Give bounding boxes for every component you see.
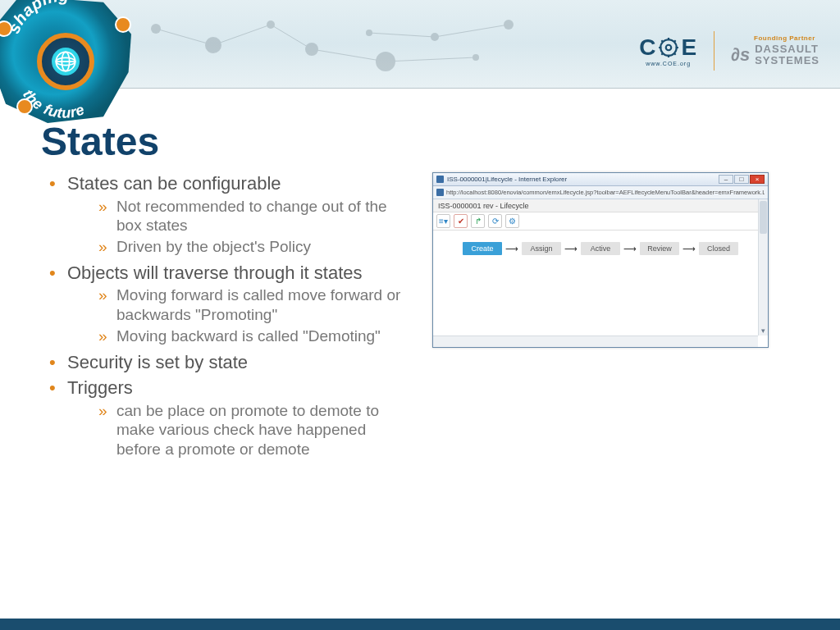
svg-point-23 bbox=[666, 44, 672, 50]
coe-logo: C E www.COE.org bbox=[639, 36, 697, 66]
maximize-button[interactable]: □ bbox=[734, 175, 749, 184]
state-chip-assign[interactable]: Assign bbox=[522, 242, 561, 255]
arrow-icon: ⟶ bbox=[564, 244, 578, 253]
close-button[interactable]: × bbox=[750, 175, 765, 184]
window-body: ISS-0000001 rev - Lifecycle ≡▾ ✔ ↱ ⟳ ⚙ C… bbox=[433, 199, 768, 347]
minimize-button[interactable]: – bbox=[719, 175, 733, 184]
state-chip-closed[interactable]: Closed bbox=[699, 242, 738, 255]
sub-bullet: can be place on promote to demote to mak… bbox=[67, 401, 408, 459]
logo-badge-icon bbox=[115, 16, 131, 33]
coe-url-text: www.COE.org bbox=[646, 61, 691, 66]
bullet-text: Objects will traverse through it states bbox=[67, 262, 362, 283]
bullet-text: Security is set by state bbox=[67, 352, 248, 372]
vertical-divider bbox=[714, 31, 714, 71]
url-text: http://localhost:8080/enovia/common/emxL… bbox=[446, 189, 765, 196]
page-header: ISS-0000001 rev - Lifecycle bbox=[433, 199, 768, 212]
logo-badge-icon bbox=[16, 98, 33, 115]
logo-ring bbox=[37, 33, 94, 90]
branch-icon[interactable]: ↱ bbox=[471, 214, 485, 228]
site-icon bbox=[436, 189, 444, 196]
gear-icon[interactable]: ⚙ bbox=[505, 214, 519, 228]
slide-title: States bbox=[41, 119, 408, 164]
bullet-text: States can be configurable bbox=[67, 173, 281, 194]
arrow-icon: ⟶ bbox=[505, 244, 518, 253]
dassault-logo: Founding Partner ∂s DASSAULT SYSTEMES bbox=[731, 35, 819, 66]
svg-line-12 bbox=[312, 49, 386, 62]
promote-icon[interactable]: ✔ bbox=[454, 214, 468, 228]
founding-partner-label: Founding Partner bbox=[754, 35, 815, 42]
vertical-scrollbar[interactable]: ▾ bbox=[758, 199, 768, 336]
ds-swoosh-icon: ∂s bbox=[731, 46, 750, 64]
address-bar[interactable]: http://localhost:8080/enovia/common/emxL… bbox=[433, 186, 768, 199]
sub-bullet: Not recommended to change out of the box… bbox=[67, 197, 408, 236]
globe-icon bbox=[52, 48, 80, 75]
refresh-icon[interactable]: ⟳ bbox=[488, 214, 502, 228]
sub-bullet: Moving forward is called move forward or… bbox=[67, 285, 408, 325]
ds-name-line2: SYSTEMES bbox=[755, 55, 819, 66]
svg-line-13 bbox=[369, 33, 435, 37]
horizontal-scrollbar[interactable] bbox=[433, 336, 758, 347]
window-title: ISS-0000001|Lifecycle - Internet Explore… bbox=[447, 176, 715, 183]
bullet-item: Objects will traverse through it states … bbox=[41, 262, 408, 346]
screenshot-column: ISS-0000001|Lifecycle - Internet Explore… bbox=[432, 119, 799, 614]
sub-bullet: Driven by the object's Policy bbox=[67, 237, 408, 257]
lifecycle-states-row: Create ⟶ Assign ⟶ Active ⟶ Review ⟶ Clos… bbox=[433, 242, 768, 255]
lifecycle-window: ISS-0000001|Lifecycle - Internet Explore… bbox=[432, 172, 769, 348]
svg-line-10 bbox=[213, 25, 271, 45]
state-chip-active[interactable]: Active bbox=[581, 242, 620, 255]
bullet-text: Triggers bbox=[67, 377, 133, 398]
bullet-item: States can be configurable Not recommend… bbox=[41, 172, 408, 257]
arrow-icon: ⟶ bbox=[623, 244, 637, 253]
svg-line-11 bbox=[271, 25, 312, 49]
arrow-icon: ⟶ bbox=[682, 244, 696, 253]
ds-name-line1: DASSAULT bbox=[755, 43, 819, 55]
scroll-down-icon[interactable]: ▾ bbox=[759, 326, 768, 336]
text-column: States States can be configurable Not re… bbox=[41, 119, 408, 614]
partner-logos: C E www.COE.org Founding Partner ∂s DASS… bbox=[639, 31, 819, 71]
slide-content: States States can be configurable Not re… bbox=[0, 119, 840, 614]
bullet-item: Security is set by state bbox=[41, 351, 408, 374]
state-chip-create[interactable]: Create bbox=[463, 242, 502, 255]
scrollbar-thumb[interactable] bbox=[760, 201, 767, 234]
event-logo: shaping the future bbox=[0, 0, 148, 123]
header-banner: shaping the future C E www.COE.org Found… bbox=[0, 0, 840, 89]
state-chip-review[interactable]: Review bbox=[640, 242, 679, 255]
bullet-item: Triggers can be place on promote to demo… bbox=[41, 377, 408, 459]
svg-line-14 bbox=[386, 57, 476, 62]
footer-bar bbox=[0, 619, 840, 630]
cog-icon bbox=[658, 37, 679, 58]
bullet-list: States can be configurable Not recommend… bbox=[41, 172, 408, 459]
svg-line-15 bbox=[435, 25, 509, 37]
window-titlebar: ISS-0000001|Lifecycle - Internet Explore… bbox=[433, 173, 768, 186]
favicon-icon bbox=[436, 176, 444, 183]
sub-bullet: Moving backward is called "Demoting" bbox=[67, 326, 408, 346]
svg-line-9 bbox=[156, 29, 213, 45]
lifecycle-toolbar: ≡▾ ✔ ↱ ⟳ ⚙ bbox=[433, 212, 768, 231]
menu-icon[interactable]: ≡▾ bbox=[436, 214, 450, 228]
